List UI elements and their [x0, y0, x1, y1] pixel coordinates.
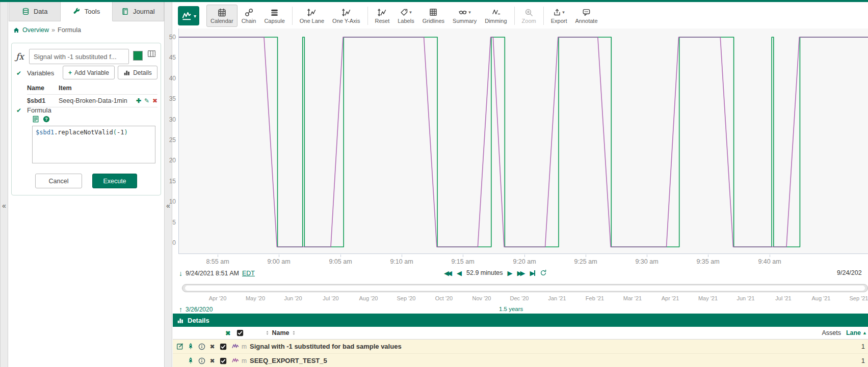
toolbar-button-calendar[interactable]: Calendar [206, 5, 238, 27]
signal-name-input[interactable] [29, 49, 129, 64]
lane-sort-asc-icon[interactable]: ▲ [862, 330, 867, 335]
variable-details-button[interactable]: Details [118, 66, 157, 79]
tab-tools[interactable]: Tools [61, 2, 112, 21]
execute-button[interactable]: Execute [92, 174, 137, 188]
step-forward-icon[interactable]: ▶ [508, 270, 513, 276]
toolbar-button-one-y-axis[interactable]: One Y-Axis [328, 5, 364, 27]
range-start-text[interactable]: 9/24/2021 8:51 AM [186, 270, 239, 277]
page-forward-icon[interactable]: ▶▶ [517, 270, 525, 276]
toolbar-button-labels[interactable]: ▾Labels [393, 5, 418, 27]
formula-help-icon[interactable]: ? [43, 116, 50, 123]
toolbar-button-label: Labels [398, 18, 414, 24]
timezone-link[interactable]: EDT [242, 270, 255, 277]
step-back-icon[interactable]: ◀ [457, 270, 462, 276]
timeline-scrollbar[interactable] [182, 284, 868, 292]
variable-row: $sbd1Seeq-Broken-Data-1min✚✎✖ [27, 94, 157, 107]
color-swatch-button[interactable] [133, 51, 143, 61]
tab-journal[interactable]: Journal [113, 2, 164, 21]
x-axis-tick-label: 9:40 am [748, 258, 791, 265]
lane-column-header[interactable]: Lane [846, 329, 861, 336]
display-range-end[interactable]: 9/24/202 [837, 269, 868, 276]
item-name[interactable]: Signal with -1 substituted for bad sampl… [250, 343, 402, 350]
timeline-month-label: Apr '20 [202, 295, 233, 301]
series-green-line[interactable] [179, 37, 868, 247]
toolbar-button-one-lane[interactable]: One Lane [296, 5, 328, 27]
lane-value: 1 [861, 357, 865, 364]
timeline-window[interactable] [185, 286, 865, 291]
formula-code-editor[interactable]: $sbd1.replaceNotValid(-1) [32, 126, 155, 163]
assets-column-header[interactable]: Assets [822, 329, 841, 336]
chevron-down-icon: ▾ [562, 10, 565, 15]
timeline-month-label: May '20 [240, 295, 271, 301]
row-checkbox[interactable] [218, 343, 228, 350]
timeline-month-label: Sep '21 [844, 295, 868, 301]
view-mode-dropdown-button[interactable]: ▾ [178, 6, 199, 25]
sort-icon [265, 330, 270, 336]
compose-icon[interactable] [175, 343, 186, 350]
rocket-icon[interactable] [186, 357, 196, 364]
name-column-header[interactable]: Name [265, 329, 296, 336]
dimming-icon [491, 8, 501, 17]
row-checkbox[interactable] [218, 357, 228, 364]
duration-label[interactable]: 52.9 minutes [466, 269, 503, 276]
sort-icon [292, 330, 296, 336]
refresh-icon[interactable] [540, 269, 547, 276]
range-start-arrow-icon: ↓ [179, 269, 182, 277]
details-row[interactable]: ✖mSEEQ_EXPORT_TEST_51 [173, 354, 868, 367]
investigate-arrow-icon: ↑ [179, 305, 182, 314]
code-token: $sbd1 [36, 129, 54, 136]
timeline-month-label: Jun '21 [730, 295, 761, 301]
tab-data[interactable]: Data [9, 2, 61, 21]
insert-variable-icon[interactable]: ✚ [136, 97, 141, 104]
y-axis-tick-label: 5 [155, 219, 176, 226]
toolbar-button-dimming[interactable]: Dimming [481, 5, 511, 27]
investigate-range-span[interactable]: 1.5 years [499, 306, 523, 312]
toolbar-separator [367, 7, 368, 25]
trend-series-plot[interactable] [179, 29, 868, 254]
x-axis-tick [647, 255, 647, 257]
sidebar: DataToolsJournal Overview » Formula ƒx ✔… [9, 2, 164, 367]
variables-table-header: NameItem [27, 83, 157, 94]
jump-to-end-icon[interactable]: ▶ [530, 270, 535, 276]
formula-doc-icon[interactable] [32, 116, 39, 123]
breadcrumb-overview-link[interactable]: Overview [22, 26, 49, 34]
details-row[interactable]: ✖mSignal with -1 substituted for bad sam… [173, 340, 868, 354]
info-icon[interactable] [196, 357, 207, 364]
toolbar-button-label: Calendar [211, 18, 233, 24]
collapse-left-icon[interactable]: « [1, 202, 8, 210]
toolbar-button-reset[interactable]: Reset [371, 5, 394, 27]
home-icon[interactable] [13, 27, 20, 34]
details-table-header: ✖ Name Assets Lane ▲ [173, 327, 868, 340]
left-collapse-rail[interactable]: « [0, 2, 8, 367]
toolbar-button-label: Annotate [575, 18, 597, 24]
item-name[interactable]: SEEQ_EXPORT_TEST_5 [250, 357, 327, 364]
toolbar-button-chain[interactable]: Chain [238, 5, 260, 27]
toolbar-separator [514, 7, 515, 25]
trend-chart[interactable] [178, 29, 868, 254]
x-axis-tick-label: 9:10 am [380, 258, 423, 265]
toolbar-button-summary[interactable]: ▾Summary [449, 5, 481, 27]
toolbar-button-export[interactable]: ▾Export [547, 5, 571, 27]
edit-variable-icon[interactable]: ✎ [144, 97, 149, 104]
select-all-checkbox[interactable] [236, 329, 244, 336]
toolbar-button-label: Summary [453, 18, 477, 24]
remove-icon[interactable]: ✖ [207, 343, 218, 350]
cancel-button[interactable]: Cancel [35, 174, 82, 188]
worksheet-grid-icon[interactable] [147, 49, 156, 58]
add-variable-button[interactable]: + Add Variable [63, 66, 115, 79]
series-purple-line[interactable] [179, 37, 868, 247]
investigate-start-date[interactable]: 3/26/2020 [186, 306, 213, 313]
x-axis-tick [279, 255, 279, 257]
timeline-month-label: Sep '20 [391, 295, 422, 301]
remove-all-icon[interactable]: ✖ [225, 329, 230, 337]
info-icon[interactable] [196, 343, 207, 350]
page-back-icon[interactable]: ◀◀ [444, 270, 452, 276]
toolbar-button-capsule[interactable]: Capsule [260, 5, 288, 27]
rocket-icon[interactable] [186, 343, 196, 350]
toolbar-button-annotate[interactable]: Annotate [571, 5, 601, 27]
details-panel-header[interactable]: Details [173, 314, 868, 327]
y-axis-tick-label: 30 [155, 116, 176, 123]
toolbar-button-gridlines[interactable]: Gridlines [418, 5, 449, 27]
remove-icon[interactable]: ✖ [207, 357, 218, 364]
tab-label: Journal [133, 8, 155, 15]
